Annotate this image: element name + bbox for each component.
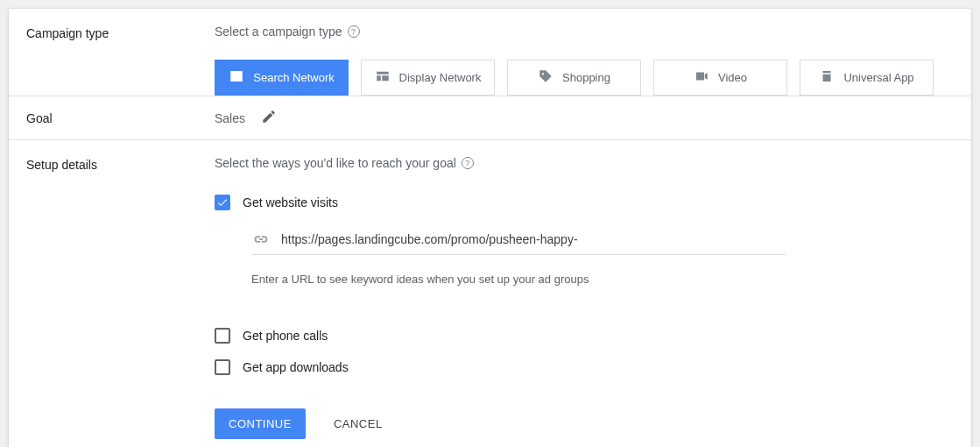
tab-search-network-label: Search Network <box>253 71 334 84</box>
url-hint: Enter a URL to see keyword ideas when yo… <box>251 273 954 286</box>
continue-button[interactable]: CONTINUE <box>215 408 306 439</box>
checkbox-website-visits[interactable] <box>215 195 230 210</box>
video-icon <box>694 68 709 87</box>
pencil-icon <box>261 109 277 124</box>
edit-goal-button[interactable] <box>261 109 277 127</box>
campaign-type-label: Campaign type <box>26 25 215 40</box>
tab-display-network-label: Display Network <box>399 71 482 84</box>
search-icon <box>229 68 244 87</box>
tab-display-network[interactable]: Display Network <box>361 60 495 96</box>
setup-details-label: Setup details <box>26 156 215 172</box>
app-icon <box>819 68 835 87</box>
setup-details-subtitle: Select the ways you'd like to reach your… <box>215 156 954 170</box>
tab-shopping[interactable]: Shopping <box>507 60 641 96</box>
link-icon <box>251 230 271 249</box>
campaign-type-section: Campaign type Select a campaign type ? S… <box>9 9 971 96</box>
cancel-button[interactable]: CANCEL <box>328 416 388 431</box>
campaign-type-tabs: Search Network Display Network Shopping <box>215 60 954 96</box>
tab-search-network[interactable]: Search Network <box>215 60 349 96</box>
tab-universal-app-label: Universal App <box>843 71 913 84</box>
setup-details-subtitle-text: Select the ways you'd like to reach your… <box>215 156 456 170</box>
help-icon[interactable]: ? <box>348 25 360 38</box>
campaign-type-subtitle: Select a campaign type ? <box>215 25 954 39</box>
tab-universal-app[interactable]: Universal App <box>800 60 934 96</box>
app-downloads-label: Get app downloads <box>243 360 349 374</box>
phone-calls-label: Get phone calls <box>243 329 328 343</box>
tab-video[interactable]: Video <box>653 60 787 96</box>
goal-section: Goal Sales <box>9 96 971 140</box>
goal-label: Goal <box>26 111 215 125</box>
tab-shopping-label: Shopping <box>562 71 610 84</box>
tag-icon <box>538 68 553 87</box>
url-input[interactable] <box>279 231 786 247</box>
tab-video-label: Video <box>718 71 747 84</box>
website-visits-label: Get website visits <box>243 195 338 209</box>
help-icon[interactable]: ? <box>462 157 474 169</box>
checkbox-app-downloads[interactable] <box>215 359 230 375</box>
action-buttons: CONTINUE CANCEL <box>215 408 954 439</box>
url-block: Enter a URL to see keyword ideas when yo… <box>251 230 954 286</box>
setup-details-section: Setup details Select the ways you'd like… <box>9 140 971 447</box>
campaign-setup-card: Campaign type Select a campaign type ? S… <box>9 9 971 447</box>
get-app-downloads-option[interactable]: Get app downloads <box>215 359 954 375</box>
get-website-visits-option[interactable]: Get website visits <box>215 195 954 210</box>
display-icon <box>375 68 391 87</box>
checkbox-phone-calls[interactable] <box>215 328 230 344</box>
url-field[interactable] <box>251 230 786 255</box>
campaign-type-subtitle-text: Select a campaign type <box>215 25 342 39</box>
get-phone-calls-option[interactable]: Get phone calls <box>215 328 954 344</box>
check-icon <box>216 196 229 209</box>
goal-value: Sales <box>215 111 245 125</box>
